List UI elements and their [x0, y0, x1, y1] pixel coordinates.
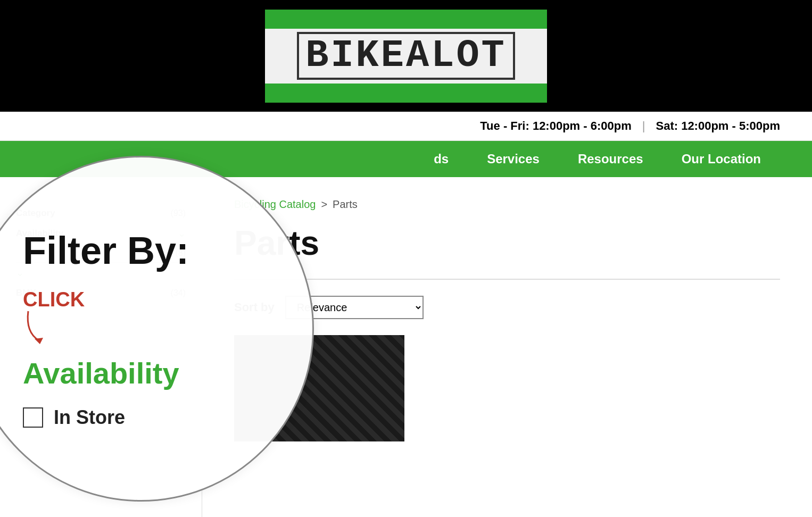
logo-box: BIKEALOT [265, 10, 547, 103]
circle-checkbox-row: In Store [23, 406, 125, 429]
svg-marker-0 [35, 338, 43, 344]
page-title: Parts [234, 223, 780, 263]
hours-weekend: Sat: 12:00pm - 5:00pm [656, 119, 780, 133]
nav-item-services[interactable]: Services [468, 152, 559, 166]
breadcrumb-separator: > [321, 198, 327, 211]
nav-item-location[interactable]: Our Location [662, 152, 780, 166]
breadcrumb-current: Parts [333, 198, 358, 211]
sidebar: Filter By: CLICK Availability In Store C… [0, 177, 202, 517]
circle-filter-title: Filter By: [23, 229, 189, 272]
sort-row: Sort by Relevance Name A-Z Name Z-A Pric… [234, 296, 780, 319]
logo-text: BIKEALOT [297, 32, 515, 80]
click-annotation: CLICK [23, 288, 85, 351]
circle-availability-label: Availability [23, 356, 179, 390]
breadcrumb: Bicycling Catalog > Parts [234, 198, 780, 211]
main-layout: Filter By: CLICK Availability In Store C… [0, 177, 812, 517]
nav-item-resources[interactable]: Resources [559, 152, 662, 166]
content-divider [234, 279, 780, 280]
nav-item-brands[interactable]: ds [415, 152, 468, 166]
header-hours: Tue - Fri: 12:00pm - 6:00pm | Sat: 12:00… [0, 112, 812, 141]
hours-divider: | [642, 119, 645, 133]
logo-stripe-top [265, 10, 547, 29]
circle-instore-label: In Store [54, 406, 125, 429]
hours-weekday: Tue - Fri: 12:00pm - 6:00pm [480, 119, 631, 133]
logo-stripe-bottom [265, 84, 547, 103]
header-top: BIKEALOT [0, 0, 812, 112]
circle-instore-checkbox[interactable] [23, 407, 43, 428]
arrow-icon [23, 306, 65, 348]
